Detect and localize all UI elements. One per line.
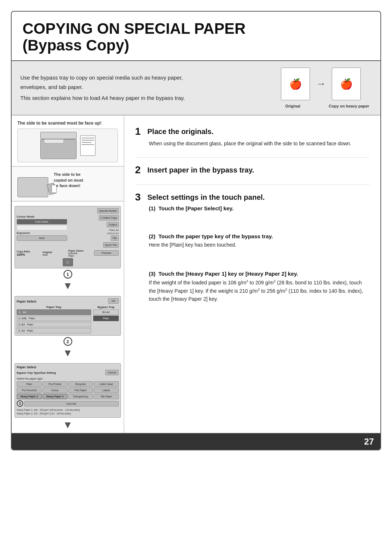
right-arrow-icon: → bbox=[316, 78, 326, 90]
tray-row4[interactable]: 4. A3 Plain bbox=[17, 328, 91, 333]
tray-caption: The side to be copied on must be face do… bbox=[54, 172, 83, 189]
letter-head-btn[interactable]: Letter Head bbox=[94, 381, 119, 387]
copy-paper: 🍎 bbox=[332, 68, 361, 100]
paper-info: Plain A4 bbox=[109, 229, 119, 231]
tab-paper-btn[interactable]: Tab Paper bbox=[94, 394, 119, 399]
step1-title: Place the originals. bbox=[147, 126, 213, 136]
bypass-title: Bypass Tray Type/Size Setting bbox=[17, 371, 56, 374]
thin-paper-btn[interactable]: Thin Paper bbox=[68, 388, 93, 393]
copier-glass bbox=[44, 139, 64, 143]
user-def-row: 3 User-def. bbox=[17, 400, 119, 407]
ratio-value: 100% bbox=[17, 253, 41, 256]
paper-in-tray bbox=[52, 185, 57, 193]
transparency-btn[interactable]: Transparency bbox=[68, 394, 93, 399]
indicator-1: 1 bbox=[12, 270, 124, 279]
file-btn[interactable]: File bbox=[111, 235, 119, 241]
step3: 3 Select settings in the touch panel. (1… bbox=[135, 185, 369, 314]
step1-illustration: The side to be scanned must be face up! bbox=[12, 116, 124, 166]
preview-btn[interactable]: Preview bbox=[94, 250, 119, 256]
tray-row2[interactable]: 2. A4B Plain bbox=[17, 316, 91, 321]
panel2-columns: Paper Tray 1. A4 2. A4B Plain 3. B4 Plai… bbox=[17, 305, 119, 333]
bypass-tray-header: Bypass Tray bbox=[93, 305, 119, 309]
special-modes-btn[interactable]: Special Modes bbox=[97, 208, 119, 214]
right-steps: 1 Place the originals. When using the do… bbox=[135, 116, 369, 314]
circle-num-2: 2 bbox=[64, 337, 72, 346]
bypass-tray-col: Bypass Tray B4 A4 Plain bbox=[93, 305, 119, 333]
original-caption: Original bbox=[270, 104, 315, 108]
sub-step-1-title: (1) Touch the [Paper Select] key. bbox=[149, 205, 369, 211]
panel1-section: Colour Mode Full Colour Exposure Auto Sp… bbox=[12, 201, 124, 294]
output-btn[interactable]: Output bbox=[107, 222, 119, 227]
pre-printed-btn[interactable]: Pre-Printed bbox=[42, 381, 68, 387]
user-def-btn[interactable]: User-def. bbox=[24, 401, 119, 406]
panel2-section: Paper Select OK Paper Tray 1. A4 2. A4B … bbox=[12, 294, 124, 361]
paper-tray-col: Paper Tray 1. A4 2. A4B Plain 3. B4 Plai… bbox=[17, 305, 91, 333]
original-stack: 🍎 bbox=[281, 68, 310, 100]
tray-device bbox=[17, 172, 50, 197]
intro-text: Use the bypass tray to copy on special m… bbox=[20, 73, 263, 102]
footnote2: Heavy Paper 2: 210 - 256 g/m² (110 - 140… bbox=[17, 412, 119, 416]
tray-row1[interactable]: 1. A4 bbox=[17, 309, 91, 315]
circle-num-1: 1 bbox=[64, 270, 72, 279]
colour-mode-label: Colour Mode bbox=[17, 215, 67, 218]
quick-file-btn[interactable]: Quick File bbox=[103, 242, 119, 248]
page-container: COPYING ON SPECIAL PAPER (Bypass Copy) U… bbox=[11, 11, 381, 450]
original-label: Original bbox=[42, 251, 67, 254]
paper-select-icon: ☐ bbox=[17, 258, 119, 266]
bypass-a4-btn[interactable]: B4 A4 bbox=[93, 309, 119, 315]
copy-stack: 🍎 bbox=[332, 68, 361, 100]
document-paper bbox=[80, 135, 95, 156]
paper-select-icon-label: ☐ bbox=[66, 261, 69, 264]
doc-line bbox=[82, 144, 94, 145]
copy-caption: Copy on heavy paper bbox=[326, 104, 372, 108]
step1-number: 1 bbox=[135, 126, 145, 137]
step1-header: 1 Place the originals. bbox=[135, 126, 369, 137]
caption-row: Original Copy on heavy paper bbox=[270, 104, 372, 108]
paper-select-title: Paper Select bbox=[17, 300, 36, 303]
original-value: Auto bbox=[42, 254, 67, 256]
colour-btn[interactable]: Colour bbox=[42, 388, 68, 393]
tray-row3[interactable]: 3. B4 Plain bbox=[17, 322, 91, 327]
step2-header: 2 Insert paper in the bypass tray. bbox=[135, 164, 369, 176]
heavy-paper-2-btn[interactable]: Heavy Paper 2 bbox=[42, 394, 68, 399]
full-colour-btn[interactable]: Full Colour bbox=[17, 219, 67, 224]
ok-btn[interactable]: OK bbox=[108, 298, 119, 304]
left-column: The side to be scanned must be face up! bbox=[12, 116, 124, 433]
intro-section: Use the bypass tray to copy on special m… bbox=[12, 61, 380, 116]
cancel-btn[interactable]: Cancel bbox=[105, 370, 119, 375]
plain-type-btn[interactable]: Plain bbox=[17, 381, 42, 387]
apple-icon: 🍎 bbox=[289, 78, 302, 90]
exposure-label: Exposure bbox=[17, 231, 67, 235]
page-number: 27 bbox=[364, 437, 374, 447]
panel3-prompt: Select the paper type. bbox=[17, 377, 119, 380]
sub-step-2-title: (2) Touch the paper type key of the bypa… bbox=[149, 233, 369, 239]
sub-step-3: (3) Touch the [Heavy Paper 1] key or [He… bbox=[149, 271, 369, 303]
step2-illustration: The side to be copied on must be face do… bbox=[12, 166, 124, 201]
page-footer: 27 bbox=[12, 433, 380, 450]
slider-bar bbox=[17, 225, 67, 230]
paper-select-value: Auto/A4 bbox=[68, 252, 93, 255]
tray-content: The side to be copied on must be face do… bbox=[17, 172, 118, 197]
copy-ratio-label: Copy Ratio bbox=[17, 250, 41, 253]
auto-btn[interactable]: Auto bbox=[17, 235, 67, 241]
step2-number: 2 bbox=[135, 164, 145, 176]
bypass-plain-btn[interactable]: Plain bbox=[93, 316, 119, 321]
sided-copy-btn[interactable]: 2-Sided Copy bbox=[99, 215, 119, 220]
panel1-mockup: Colour Mode Full Colour Exposure Auto Sp… bbox=[15, 206, 121, 268]
apple-icon-copy: 🍎 bbox=[340, 78, 353, 90]
doc-line bbox=[82, 142, 91, 143]
sub-step-3-desc: If the weight of the loaded paper is 106… bbox=[149, 278, 369, 303]
main-content: The side to be scanned must be face up! bbox=[12, 116, 380, 433]
title-section: COPYING ON SPECIAL PAPER (Bypass Copy) bbox=[12, 12, 380, 61]
pre-punched-btn[interactable]: Pre-Punched bbox=[17, 388, 42, 393]
right-column: 1 Place the originals. When using the do… bbox=[124, 116, 380, 433]
copier-lid bbox=[40, 132, 77, 139]
heavy-paper-1-btn[interactable]: Heavy Paper 1 bbox=[17, 394, 42, 399]
scanner-box bbox=[17, 129, 118, 162]
labels-btn[interactable]: Labels bbox=[94, 388, 119, 393]
type-buttons-grid: Plain Pre-Printed Recycled Letter Head P… bbox=[17, 381, 119, 399]
recycled-btn[interactable]: Recycled bbox=[68, 381, 93, 387]
caption-spacer bbox=[315, 104, 326, 108]
step1-desc: When using the document glass, place the… bbox=[149, 139, 369, 147]
sub-step-2: (2) Touch the paper type key of the bypa… bbox=[149, 233, 369, 249]
